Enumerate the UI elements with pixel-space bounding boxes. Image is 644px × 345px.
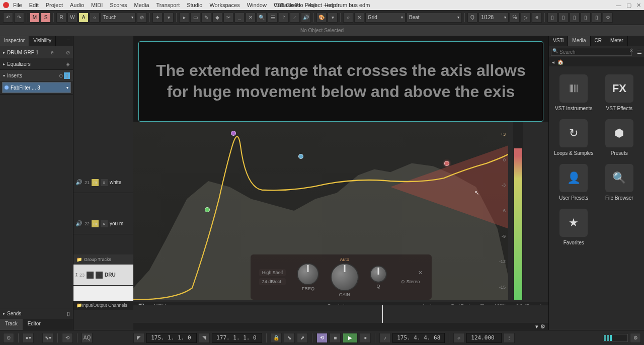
sends-bypass-icon[interactable]: ▯ (67, 311, 70, 316)
options-icon[interactable]: ⋮ (504, 333, 515, 343)
menu-project[interactable]: Project (46, 2, 63, 8)
menu-studio[interactable]: Studio (187, 2, 202, 8)
tab-inspector[interactable]: Inspector (0, 36, 29, 46)
right-locator-icon[interactable]: ◥ (199, 333, 210, 343)
split-tool[interactable]: ✂ (223, 13, 233, 23)
layout-1-icon[interactable]: ▯ (547, 13, 557, 23)
inspector-track-header[interactable]: ▸ DRUM GRP 1 e ⊘ (0, 46, 73, 58)
mute-button[interactable]: M (30, 13, 40, 23)
play-button[interactable]: ▶ (343, 333, 358, 343)
stereo-mode-select[interactable]: ⊙ Stereo (398, 278, 423, 285)
mute-button[interactable]: m (92, 179, 99, 186)
track-row[interactable]: 🔊 22 m s you m (73, 213, 133, 234)
right-locator-display[interactable]: 177. 1. 1. 0 (212, 333, 262, 343)
speaker-icon[interactable]: 🔊 (75, 179, 83, 186)
tab-visibility[interactable]: Visibility (29, 36, 56, 46)
punch-in-icon[interactable]: ⬊ (284, 333, 295, 343)
record-button[interactable]: ● (360, 333, 371, 343)
constrain-button[interactable]: ⊙ (3, 333, 14, 343)
tile-loops-samples[interactable]: ↻ Loops & Samples (554, 119, 594, 156)
inserts-bypass-icon[interactable]: ⊙ (59, 73, 63, 78)
eq-bypass-icon[interactable]: ◈ (66, 61, 70, 67)
menu-window[interactable]: Window (247, 2, 267, 8)
menu-file[interactable]: File (13, 2, 22, 8)
search-input[interactable] (551, 48, 632, 56)
menu-workspaces[interactable]: Workspaces (209, 2, 239, 8)
menu-scores[interactable]: Scores (110, 2, 127, 8)
read-automation-button[interactable]: R (56, 13, 66, 23)
minimize-button[interactable]: — (616, 2, 621, 9)
timewarp-tool[interactable]: ⫯ (279, 13, 289, 23)
clear-icon[interactable]: ✕ (629, 48, 633, 53)
gain-knob[interactable] (331, 263, 359, 291)
close-button[interactable]: ✕ (636, 2, 641, 9)
eq-band-3-node[interactable] (298, 154, 303, 159)
tempo-track-button[interactable]: ⟐ (453, 333, 464, 343)
snap-type-select[interactable]: Beat (407, 13, 462, 23)
equalizers-header[interactable]: ▸ Equalizers ◈ (0, 58, 73, 69)
tool-menu-icon[interactable]: ✦ (152, 13, 163, 23)
band-type-select[interactable]: High Shelf (259, 269, 286, 276)
eq-band-2-node[interactable] (231, 131, 236, 136)
menu-midi[interactable]: MIDI (91, 2, 103, 8)
menu-transport[interactable]: Transport (156, 2, 180, 8)
speaker-icon[interactable]: 🔊 (75, 220, 83, 227)
sends-header[interactable]: ▸ Sends ▯ (0, 308, 73, 319)
constrain-toggle[interactable]: ✕ (354, 13, 364, 23)
color-tool[interactable]: 🎨 (316, 13, 327, 23)
erase-tool[interactable]: ◆ (212, 13, 222, 23)
tab-vsti[interactable]: VSTi (549, 36, 568, 46)
undo-button[interactable]: ↶ (3, 13, 13, 23)
punch-in-button[interactable]: ⬊▾ (42, 333, 53, 343)
tile-vst-effects[interactable]: FX VST Effects (600, 74, 639, 111)
track-row-selected[interactable]: ⫱ 23 m s DRU (73, 265, 133, 286)
snap-toggle[interactable]: ⟐ (343, 13, 353, 23)
color-dropdown-icon[interactable]: ▾ (328, 13, 338, 23)
zoom-tool[interactable]: 🔍 (257, 13, 267, 23)
solo-button[interactable]: s (101, 179, 108, 186)
toolbar-settings-icon[interactable]: ⚙ (603, 13, 613, 23)
stop-button[interactable]: ■ (330, 333, 341, 343)
bypass-icon[interactable]: ⊘ (66, 50, 70, 55)
inserts-header[interactable]: ▾ Inserts ⊙ ▯ (0, 70, 73, 81)
mute-button[interactable]: m (92, 220, 99, 227)
q-knob[interactable] (370, 266, 387, 283)
tile-file-browser[interactable]: 🔍 File Browser (600, 164, 639, 201)
suspend-button[interactable]: ⊘ (137, 13, 147, 23)
list-view-icon[interactable]: ☰ (637, 49, 642, 55)
tile-vst-instruments[interactable]: ⦀⦀ VST Instruments (554, 74, 594, 111)
solo-button[interactable]: S (41, 13, 51, 23)
quantize-panel-icon[interactable]: ▷ (521, 13, 531, 23)
range-tool[interactable]: ▭ (190, 13, 200, 23)
pointer-tool[interactable]: ▸ (179, 13, 189, 23)
solo-button[interactable]: s (101, 220, 108, 227)
tab-track[interactable]: Track (0, 319, 23, 330)
eq-band-1-node[interactable] (205, 207, 210, 212)
tempo-display[interactable]: 124.000 (466, 333, 502, 343)
draw-tool[interactable]: ✎ (201, 13, 211, 23)
comp-tool[interactable]: ☰ (268, 13, 278, 23)
tile-favorites[interactable]: ★ Favorites (554, 209, 594, 245)
tile-presets[interactable]: ⬢ Presets (600, 119, 639, 156)
inspector-menu-icon[interactable]: ≡ (64, 36, 73, 46)
record-mode-button[interactable]: ●▾ (23, 333, 34, 343)
band-slope-select[interactable]: 24 dB/oct (259, 278, 286, 285)
tab-editor[interactable]: Editor (23, 319, 46, 330)
tab-meter[interactable]: Meter (606, 36, 628, 46)
write-automation-button[interactable]: W (67, 13, 77, 23)
edit-icon[interactable]: e (51, 50, 54, 55)
maximize-button[interactable]: ▢ (626, 2, 631, 9)
quantize-select[interactable]: 1/128 (478, 13, 509, 23)
retrospective-button[interactable]: ⟲ (62, 333, 73, 343)
automation-mode-select[interactable]: Touch (101, 13, 136, 23)
back-icon[interactable]: ◂ (552, 59, 554, 65)
cycle-button[interactable]: ⟲ (316, 333, 328, 343)
line-tool[interactable]: ⟋ (290, 13, 300, 23)
layout-2-icon[interactable]: ▯ (558, 13, 569, 23)
band-close-icon[interactable]: ✕ (418, 270, 423, 276)
glue-tool[interactable]: ⎯ (234, 13, 245, 23)
position-display[interactable]: 175. 4. 4. 68 (392, 333, 445, 343)
solo-button[interactable]: s (96, 272, 103, 279)
freq-knob[interactable] (297, 263, 319, 285)
gear-icon[interactable]: ⚙ (630, 333, 641, 343)
